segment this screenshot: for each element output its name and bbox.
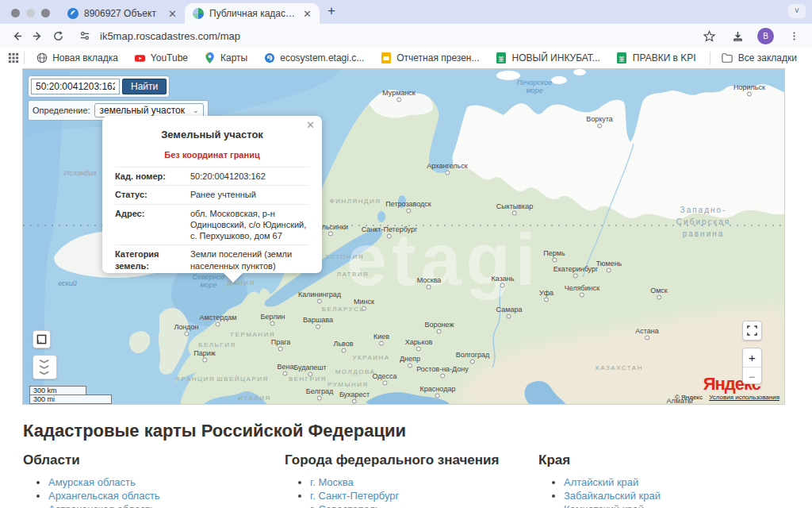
- popup-row: Статус: Ранее учтенный: [115, 185, 309, 203]
- tab-search-chevron-icon[interactable]: ˅: [788, 4, 806, 18]
- column-oblasti: Области Амурская областьАрхангельская об…: [23, 452, 285, 508]
- macos-window-controls[interactable]: [0, 9, 59, 24]
- city-link-list: г. Москваг. Санкт-Петербургг. Севастопол…: [310, 476, 538, 508]
- region-list-item: г. Москва: [310, 476, 538, 488]
- bookmark-etagi[interactable]: ecosystem.etagi.c...: [256, 52, 371, 64]
- cadastre-search-panel: Найти: [28, 75, 170, 98]
- close-tab-icon[interactable]: ✕: [167, 7, 178, 21]
- back-button[interactable]: [8, 27, 25, 44]
- cadastre-map[interactable]: etagi МурманскНорильскВоркутаАрхангельск…: [22, 68, 785, 405]
- map-label-city: Харьков: [405, 338, 433, 352]
- row-value: 50:20:0041203:162: [190, 171, 309, 182]
- bookmark-new-tab[interactable]: Новая вкладка: [29, 52, 125, 64]
- parcel-info-popup: ✕ Земельный участок Без координат границ…: [102, 116, 322, 273]
- minimize-window-button[interactable]: [26, 9, 35, 17]
- map-label-country: БЕЛАРУСЬ: [322, 306, 365, 313]
- browser-titlebar: 8906927 Объект ✕ Публичная кадастровая к…: [0, 0, 812, 24]
- region-link[interactable]: г. Москва: [310, 476, 354, 488]
- map-label-city: Ростов-на-Дону: [416, 365, 469, 379]
- youtube-icon: [134, 52, 146, 64]
- map-label-country: ГЕРМАНИЯ: [231, 331, 275, 338]
- region-link[interactable]: Астраханская область: [48, 503, 155, 508]
- bookmarks-bar: Новая вкладка YouTube Карты ecosystem.et…: [0, 48, 812, 68]
- slides-icon: [380, 52, 392, 64]
- map-label-city: Амстердам: [200, 314, 237, 327]
- no-borders-warning: Без координат границ: [115, 150, 309, 160]
- forward-button[interactable]: [29, 27, 46, 44]
- map-label-city: Париж: [193, 349, 216, 363]
- profile-avatar[interactable]: B: [757, 28, 774, 44]
- map-label-city: Львов: [333, 340, 353, 353]
- map-label-city: Челябинск: [565, 284, 599, 298]
- zoom-out-button[interactable]: −: [743, 367, 761, 385]
- map-label-city: Москва: [417, 276, 442, 290]
- map-label-sea: Печорское море: [517, 79, 552, 94]
- globe-icon: [36, 52, 48, 64]
- tab-object[interactable]: 8906927 Объект ✕: [59, 3, 185, 24]
- region-link[interactable]: Алтайский край: [564, 476, 638, 488]
- all-bookmarks-button[interactable]: Все закладки: [714, 52, 804, 64]
- zoom-control: + −: [742, 348, 762, 384]
- map-label-city: Екатеринбург: [553, 265, 599, 279]
- measure-tool-button[interactable]: [33, 330, 51, 348]
- row-label: Статус:: [115, 189, 190, 200]
- site-settings-icon[interactable]: [76, 27, 94, 44]
- bookmark-youtube[interactable]: YouTube: [127, 52, 195, 64]
- zoom-in-button[interactable]: +: [743, 348, 761, 367]
- popup-tail: [223, 272, 243, 283]
- close-popup-icon[interactable]: ✕: [306, 120, 315, 130]
- close-tab-icon[interactable]: ✕: [301, 7, 313, 21]
- fullscreen-button[interactable]: [742, 321, 762, 341]
- region-link[interactable]: г. Санкт-Петербург: [310, 490, 399, 502]
- map-label-country: МОЛДОВА: [335, 368, 376, 375]
- maps-pin-icon: [204, 52, 216, 64]
- terms-of-use-link[interactable]: Условия использования: [709, 394, 779, 401]
- map-label-city: Санкт-Петербург: [362, 225, 418, 239]
- row-value: Земли поселений (земли населенных пункто…: [190, 248, 309, 271]
- map-label-city: Киев: [373, 333, 389, 346]
- url-text[interactable]: ik5map.roscadastres.com/map: [100, 30, 240, 42]
- region-link[interactable]: г. Севастополь: [310, 503, 381, 508]
- address-bar[interactable]: ik5map.roscadastres.com/map: [70, 27, 697, 44]
- layers-button[interactable]: ❯❯❯: [33, 355, 57, 379]
- bookmark-maps[interactable]: Карты: [197, 52, 255, 64]
- new-tab-button[interactable]: +: [320, 3, 343, 24]
- bookmark-star-icon[interactable]: [700, 27, 718, 44]
- map-label-city: Петрозаводск: [385, 200, 431, 214]
- zoom-window-button[interactable]: [41, 9, 50, 17]
- region-link[interactable]: Амурская область: [48, 476, 136, 488]
- popup-row: Категория земель: Земли поселений (земли…: [115, 244, 309, 273]
- region-link[interactable]: Забайкальский край: [564, 490, 661, 502]
- map-label-city: Белград: [306, 387, 333, 401]
- download-icon[interactable]: [729, 27, 746, 44]
- apps-grid-icon[interactable]: [8, 49, 19, 67]
- map-label-city: Воркута: [586, 115, 613, 129]
- bookmark-sheet-kpi[interactable]: ПРАВКИ в KPI: [609, 52, 703, 64]
- reload-button[interactable]: [49, 27, 67, 44]
- map-label-city: Мурманск: [382, 89, 416, 102]
- map-label-city: Лондон: [174, 323, 198, 337]
- cadastre-directory: Кадастровые карты Российской Федерации О…: [0, 411, 812, 508]
- tab-cadastre-map[interactable]: Публичная кадастровая кар ✕: [185, 3, 320, 24]
- region-list-item: г. Севастополь: [310, 503, 538, 508]
- find-button[interactable]: Найти: [122, 79, 167, 94]
- map-label-city: Воронеж: [425, 321, 454, 334]
- column-heading: Города федерального значения: [285, 452, 538, 468]
- bookmark-slides[interactable]: Отчетная презен...: [373, 52, 486, 64]
- region-link[interactable]: Камчатский край: [564, 503, 644, 508]
- close-window-button[interactable]: [11, 9, 20, 17]
- region-list-item: Забайкальский край: [564, 490, 776, 502]
- cadastre-number-input[interactable]: [31, 79, 120, 94]
- map-label-country: ШВЕЙЦАРИЯ: [216, 375, 268, 383]
- menu-kebab-icon[interactable]: [785, 27, 802, 44]
- region-link[interactable]: Архангельская область: [48, 490, 160, 502]
- krai-link-list: Алтайский крайЗабайкальский крайКамчатск…: [564, 476, 776, 508]
- bookmark-sheet-incubator[interactable]: НОВЫЙ ИНКУБАТ...: [488, 52, 607, 64]
- map-label-city: Прага: [271, 338, 291, 352]
- oblast-link-list: Амурская областьАрхангельская областьАст…: [48, 476, 285, 508]
- browser-toolbar: ik5map.roscadastres.com/map B: [0, 24, 812, 48]
- bookmark-label: YouTube: [151, 52, 188, 64]
- copyright-text: © Яндекс: [675, 394, 703, 401]
- tab-title: 8906927 Объект: [84, 8, 161, 19]
- definition-value: земельный участок: [100, 105, 185, 116]
